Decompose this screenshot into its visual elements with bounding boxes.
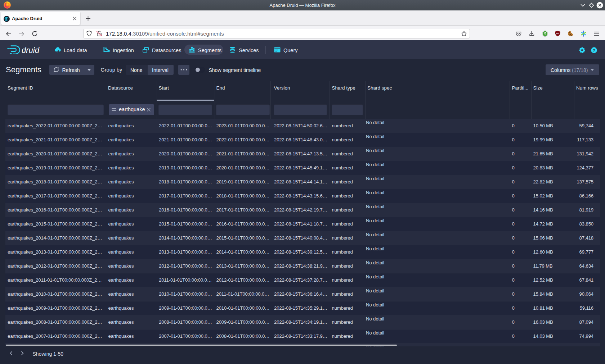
svg-text:?: ? — [593, 48, 595, 53]
svg-text:uo: uo — [556, 32, 559, 35]
